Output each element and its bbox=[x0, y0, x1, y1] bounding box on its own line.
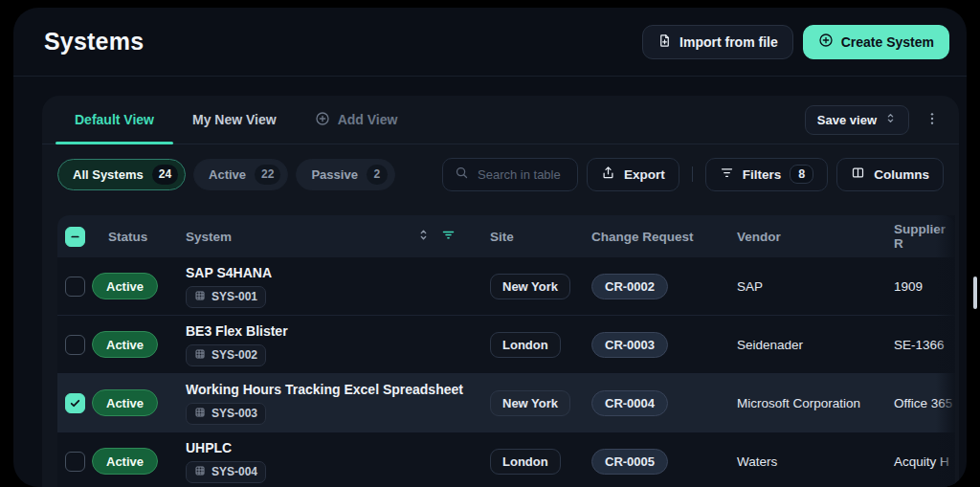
change-request-badge[interactable]: CR-0005 bbox=[591, 449, 668, 475]
change-request-badge[interactable]: CR-0002 bbox=[591, 274, 668, 299]
filters-button[interactable]: Filters 8 bbox=[705, 158, 828, 191]
change-request-badge[interactable]: CR-0003 bbox=[591, 332, 668, 358]
toolbar-divider bbox=[692, 166, 693, 182]
chip-count-badge: 22 bbox=[255, 165, 280, 185]
tab-label: My New View bbox=[192, 112, 277, 127]
grid-icon bbox=[194, 348, 206, 363]
tabs-row: Default View My New View Add View Save v… bbox=[42, 96, 959, 144]
columns-button[interactable]: Columns bbox=[836, 158, 944, 191]
table-toolbar: All Systems 24 Active 22 Passive 2 bbox=[42, 144, 959, 204]
vendor-cell: Microsoft Corporation bbox=[737, 396, 894, 410]
filter-applied-icon[interactable] bbox=[441, 228, 456, 245]
view-tabs: Default View My New View Add View bbox=[42, 96, 416, 144]
status-badge: Active bbox=[92, 331, 158, 358]
status-filter-chips: All Systems 24 Active 22 Passive 2 bbox=[57, 159, 395, 190]
row-checkbox[interactable] bbox=[65, 335, 85, 355]
chip-passive[interactable]: Passive 2 bbox=[296, 159, 394, 190]
view-menu-button[interactable] bbox=[921, 107, 944, 133]
filter-funnel-icon bbox=[720, 166, 734, 183]
row-checkbox[interactable] bbox=[65, 277, 85, 297]
change-request-badge[interactable]: CR-0004 bbox=[591, 390, 668, 416]
page-header: Systems Import from file Create System bbox=[13, 8, 967, 77]
plus-circle-icon bbox=[818, 33, 834, 51]
table-row[interactable]: Active Working Hours Tracking Excel Spre… bbox=[57, 374, 955, 432]
system-name[interactable]: BE3 Flex Blister bbox=[186, 323, 490, 339]
views-panel: Default View My New View Add View Save v… bbox=[42, 96, 959, 487]
status-badge: Active bbox=[92, 273, 158, 299]
search-input[interactable] bbox=[478, 167, 566, 182]
kebab-icon bbox=[924, 111, 940, 129]
header-actions: Import from file Create System bbox=[642, 25, 949, 59]
status-badge: Active bbox=[92, 448, 158, 475]
site-badge: New York bbox=[490, 390, 570, 416]
tab-my-new-view[interactable]: My New View bbox=[173, 96, 296, 144]
status-badge: Active bbox=[92, 389, 158, 416]
chip-count-badge: 24 bbox=[152, 165, 178, 185]
system-header-icons bbox=[417, 228, 456, 245]
system-name[interactable]: UHPLC bbox=[186, 440, 490, 455]
vendor-cell: Seidenader bbox=[737, 338, 894, 352]
system-name[interactable]: SAP S4HANA bbox=[186, 265, 490, 280]
column-header-label: System bbox=[186, 230, 232, 244]
chip-label: All Systems bbox=[73, 167, 144, 182]
column-header-supplier[interactable]: Supplier R bbox=[894, 222, 955, 251]
sort-icon[interactable] bbox=[417, 229, 430, 244]
table-search[interactable] bbox=[442, 158, 578, 191]
column-header-site[interactable]: Site bbox=[490, 230, 591, 244]
grid-icon bbox=[194, 290, 206, 304]
system-id-badge: SYS-001 bbox=[186, 286, 266, 308]
grid-icon bbox=[194, 465, 206, 479]
vendor-cell: Waters bbox=[737, 454, 894, 469]
columns-label: Columns bbox=[874, 167, 929, 182]
vendor-cell: SAP bbox=[737, 279, 894, 294]
chip-count-badge: 2 bbox=[367, 165, 388, 185]
add-view-button[interactable]: Add View bbox=[296, 96, 417, 144]
table-row[interactable]: Active BE3 Flex Blister SYS-002 London C… bbox=[57, 316, 955, 374]
export-button[interactable]: Export bbox=[587, 158, 679, 191]
create-system-button[interactable]: Create System bbox=[803, 25, 949, 59]
tabs-right-actions: Save view bbox=[805, 105, 944, 135]
column-header-vendor[interactable]: Vendor bbox=[737, 230, 894, 244]
systems-table: Status System Site Change Request Vendor bbox=[57, 215, 955, 487]
grid-icon bbox=[194, 407, 206, 421]
system-id-label: SYS-002 bbox=[212, 348, 257, 362]
supplier-ref-cell: SE-1366 bbox=[894, 338, 955, 352]
systems-page-card: Systems Import from file Create System D… bbox=[13, 8, 967, 487]
tab-default-view[interactable]: Default View bbox=[56, 96, 173, 144]
filters-count-badge: 8 bbox=[790, 165, 813, 184]
site-badge: New York bbox=[490, 274, 570, 299]
column-header-system[interactable]: System bbox=[186, 228, 490, 245]
toolbar-right: Export Filters 8 Columns bbox=[442, 158, 944, 191]
save-view-button[interactable]: Save view bbox=[805, 105, 909, 135]
supplier-ref-cell: 1909 bbox=[894, 279, 955, 294]
columns-icon bbox=[851, 166, 865, 183]
tab-label: Default View bbox=[75, 112, 154, 127]
search-icon bbox=[455, 166, 469, 184]
row-checkbox[interactable] bbox=[65, 452, 85, 472]
table-body: Active SAP S4HANA SYS-001 New York CR-00… bbox=[57, 257, 955, 487]
supplier-ref-cell: Acquity H bbox=[894, 454, 955, 469]
tab-label: Add View bbox=[338, 112, 398, 127]
select-all-checkbox[interactable] bbox=[65, 227, 85, 247]
chip-label: Active bbox=[209, 167, 246, 182]
scrollbar-thumb[interactable] bbox=[973, 277, 977, 309]
system-name[interactable]: Working Hours Tracking Excel Spreadsheet bbox=[186, 382, 490, 397]
site-badge: London bbox=[490, 449, 561, 475]
system-id-label: SYS-003 bbox=[212, 407, 257, 420]
import-from-file-button[interactable]: Import from file bbox=[642, 25, 793, 59]
create-system-label: Create System bbox=[841, 34, 934, 50]
import-from-file-label: Import from file bbox=[679, 34, 778, 50]
system-id-label: SYS-001 bbox=[212, 290, 257, 303]
table-row[interactable]: Active UHPLC SYS-004 London CR-0005 Wate… bbox=[57, 432, 955, 487]
save-view-label: Save view bbox=[817, 113, 877, 127]
column-header-status[interactable]: Status bbox=[92, 230, 186, 244]
chip-label: Passive bbox=[311, 167, 357, 182]
table-row[interactable]: Active SAP S4HANA SYS-001 New York CR-00… bbox=[57, 257, 955, 316]
column-header-change-request[interactable]: Change Request bbox=[591, 230, 737, 244]
page-title: Systems bbox=[44, 28, 144, 55]
system-id-badge: SYS-003 bbox=[186, 403, 266, 425]
chip-active[interactable]: Active 22 bbox=[193, 159, 288, 190]
row-checkbox[interactable] bbox=[65, 393, 85, 413]
file-plus-icon bbox=[657, 33, 672, 51]
chip-all-systems[interactable]: All Systems 24 bbox=[57, 159, 186, 190]
